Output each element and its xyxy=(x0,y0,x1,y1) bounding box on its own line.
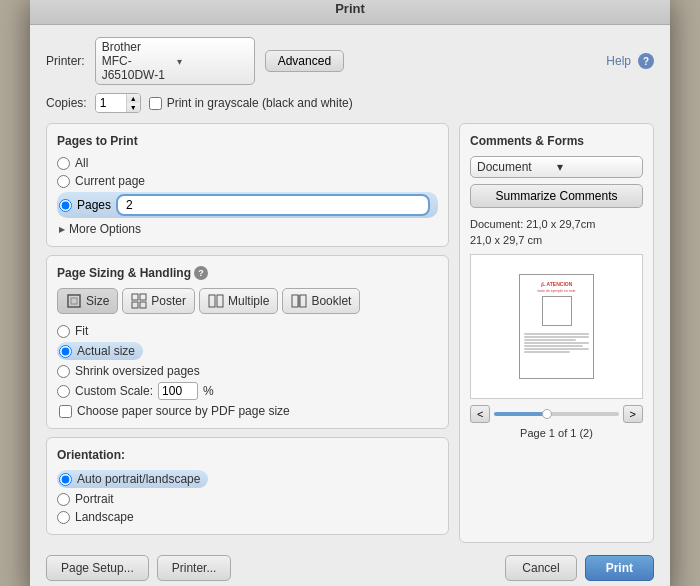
size-tab-icon xyxy=(66,293,82,309)
summarize-button[interactable]: Summarize Comments xyxy=(470,184,643,208)
document-dropdown-arrow: ▾ xyxy=(557,160,637,174)
fit-radio[interactable] xyxy=(57,325,70,338)
preview-subtitle: texto de ejemplo en este xyxy=(537,289,575,293)
comments-forms-title: Comments & Forms xyxy=(470,134,643,148)
pdf-source-text: Choose paper source by PDF page size xyxy=(77,404,290,418)
shrink-label: Shrink oversized pages xyxy=(75,364,200,378)
actual-size-radio-label[interactable]: Actual size xyxy=(59,344,135,358)
all-label: All xyxy=(75,156,88,170)
landscape-radio-label[interactable]: Landscape xyxy=(57,510,438,524)
svg-rect-1 xyxy=(71,298,77,304)
tab-poster[interactable]: Poster xyxy=(122,288,195,314)
document-value: Document xyxy=(477,160,557,174)
sizing-tabs: Size Poster Multiple Booklet xyxy=(57,288,438,314)
orientation-title: Orientation: xyxy=(57,448,438,462)
printer-select[interactable]: Brother MFC-J6510DW-1 ▾ xyxy=(95,37,255,85)
copies-field[interactable] xyxy=(96,94,126,112)
page-setup-button[interactable]: Page Setup... xyxy=(46,555,149,581)
all-radio-label[interactable]: All xyxy=(57,156,438,170)
page-preview: ¡L ATENCION texto de ejemplo en este xyxy=(470,254,643,399)
printer-button[interactable]: Printer... xyxy=(157,555,232,581)
landscape-text: Landscape xyxy=(75,510,134,524)
auto-orientation-radio[interactable] xyxy=(59,473,72,486)
pdf-source-checkbox[interactable] xyxy=(59,405,72,418)
svg-rect-2 xyxy=(132,294,138,300)
preview-lines xyxy=(524,332,589,354)
title-text: Print xyxy=(335,1,365,16)
tab-booklet[interactable]: Booklet xyxy=(282,288,360,314)
sizing-info-icon: ? xyxy=(194,266,208,280)
svg-rect-5 xyxy=(140,302,146,308)
cancel-button[interactable]: Cancel xyxy=(505,555,576,581)
slider-thumb[interactable] xyxy=(542,409,552,419)
all-radio[interactable] xyxy=(57,157,70,170)
tab-size[interactable]: Size xyxy=(57,288,118,314)
pdf-source-label[interactable]: Choose paper source by PDF page size xyxy=(57,404,438,418)
auto-orientation-label[interactable]: Auto portrait/landscape xyxy=(57,470,208,488)
more-options-label: More Options xyxy=(69,222,141,236)
grayscale-label: Print in grayscale (black and white) xyxy=(167,96,353,110)
custom-scale-radio[interactable] xyxy=(57,385,70,398)
grayscale-checkbox[interactable] xyxy=(149,97,162,110)
pages-section-title: Pages to Print xyxy=(57,134,438,148)
printer-label: Printer: xyxy=(46,54,85,68)
custom-scale-input[interactable] xyxy=(158,382,198,400)
pages-radio[interactable] xyxy=(59,199,72,212)
custom-scale-row: Custom Scale: % xyxy=(57,382,438,400)
percent-sign: % xyxy=(203,384,214,398)
comments-forms-panel: Comments & Forms Document ▾ Summarize Co… xyxy=(459,123,654,543)
help-link[interactable]: Help xyxy=(606,54,631,68)
copies-input[interactable]: ▲ ▼ xyxy=(95,93,141,113)
page-slider[interactable] xyxy=(494,412,618,416)
portrait-radio-label[interactable]: Portrait xyxy=(57,492,438,506)
current-page-radio[interactable] xyxy=(57,175,70,188)
printer-value: Brother MFC-J6510DW-1 xyxy=(102,40,173,82)
booklet-tab-icon xyxy=(291,293,307,309)
shrink-radio-label[interactable]: Shrink oversized pages xyxy=(57,364,438,378)
tab-multiple-label: Multiple xyxy=(228,294,269,308)
more-options-arrow: ▶ xyxy=(59,225,65,234)
orientation-section: Orientation: Auto portrait/landscape Por… xyxy=(46,437,449,535)
help-icon[interactable]: ? xyxy=(638,53,654,69)
fit-radio-label[interactable]: Fit xyxy=(57,324,438,338)
dialog-title: Print xyxy=(30,0,670,25)
actual-size-label: Actual size xyxy=(77,344,135,358)
copies-up[interactable]: ▲ xyxy=(127,94,140,103)
preview-title: ¡L ATENCION xyxy=(541,281,573,287)
actual-size-highlight: Actual size xyxy=(57,342,143,360)
auto-orientation-text: Auto portrait/landscape xyxy=(77,472,200,486)
tab-multiple[interactable]: Multiple xyxy=(199,288,278,314)
advanced-button[interactable]: Advanced xyxy=(265,50,344,72)
copies-down[interactable]: ▼ xyxy=(127,103,140,112)
tab-size-label: Size xyxy=(86,294,109,308)
grayscale-checkbox-label[interactable]: Print in grayscale (black and white) xyxy=(149,96,353,110)
print-button[interactable]: Print xyxy=(585,555,654,581)
svg-rect-3 xyxy=(140,294,146,300)
landscape-radio[interactable] xyxy=(57,511,70,524)
tab-poster-label: Poster xyxy=(151,294,186,308)
portrait-radio[interactable] xyxy=(57,493,70,506)
fit-label: Fit xyxy=(75,324,88,338)
print-dialog: Print Printer: Brother MFC-J6510DW-1 ▾ A… xyxy=(30,0,670,586)
tab-booklet-label: Booklet xyxy=(311,294,351,308)
current-page-label: Current page xyxy=(75,174,145,188)
sizing-title: Page Sizing & Handling xyxy=(57,266,191,280)
next-page-button[interactable]: > xyxy=(623,405,643,423)
pages-input[interactable] xyxy=(116,194,430,216)
doc-info: Document: 21,0 x 29,7cm xyxy=(470,218,643,230)
prev-page-button[interactable]: < xyxy=(470,405,490,423)
document-select[interactable]: Document ▾ xyxy=(470,156,643,178)
page-info: Page 1 of 1 (2) xyxy=(470,427,643,439)
pages-label: Pages xyxy=(77,198,111,212)
actual-size-radio[interactable] xyxy=(59,345,72,358)
preview-page: ¡L ATENCION texto de ejemplo en este xyxy=(519,274,594,379)
current-page-radio-label[interactable]: Current page xyxy=(57,174,438,188)
pages-to-print-section: Pages to Print All Current page Pages xyxy=(46,123,449,247)
pages-radio-row: Pages xyxy=(57,192,438,218)
custom-scale-label: Custom Scale: xyxy=(75,384,153,398)
svg-rect-10 xyxy=(300,295,306,307)
more-options[interactable]: ▶ More Options xyxy=(57,222,438,236)
doc-size: 21,0 x 29,7 cm xyxy=(470,234,643,246)
shrink-radio[interactable] xyxy=(57,365,70,378)
svg-rect-6 xyxy=(209,295,215,307)
